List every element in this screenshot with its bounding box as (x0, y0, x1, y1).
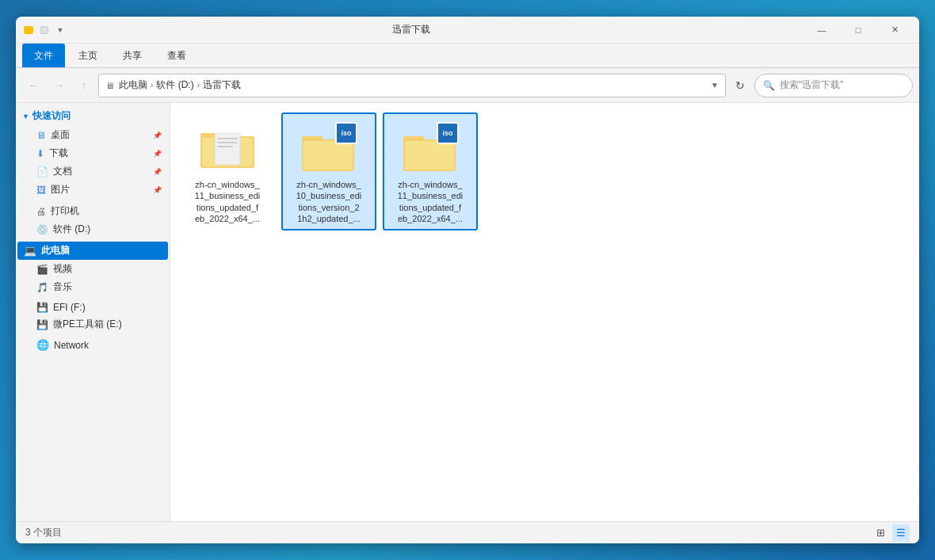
sidebar-this-pc[interactable]: 💻 此电脑 (17, 242, 168, 260)
title-bar: ▼ 迅雷下载 — □ ✕ (16, 17, 919, 44)
sidebar-item-d-drive[interactable]: 💿 软件 (D:) (17, 220, 168, 238)
sidebar-this-pc-label: 此电脑 (41, 244, 70, 257)
download-icon: ⬇ (36, 148, 44, 159)
sidebar-printer-label: 打印机 (51, 204, 79, 218)
sidebar-item-video[interactable]: 🎬 视频 (17, 260, 168, 278)
path-part-2[interactable]: 软件 (D:) (156, 78, 193, 92)
pictures-icon: 🖼 (36, 185, 46, 196)
pe-icon: 💾 (36, 319, 48, 330)
file-item-1[interactable]: iso zh-cn_windows_10_business_editions_v… (281, 112, 376, 230)
efi-icon: 💾 (36, 302, 48, 313)
pin-icon-pictures: 📌 (153, 186, 162, 194)
file-item-2[interactable]: iso zh-cn_windows_11_business_editions_u… (383, 112, 478, 230)
sidebar-item-pictures[interactable]: 🖼 图片 📌 (17, 181, 168, 199)
this-pc-icon: 💻 (24, 245, 36, 257)
maximize-button[interactable]: □ (840, 17, 876, 44)
sidebar-documents-label: 文档 (53, 165, 72, 178)
file-icon-0 (199, 119, 256, 176)
address-path: 此电脑 › 软件 (D:) › 迅雷下载 (119, 78, 241, 92)
iso-wrapper-2: iso (402, 122, 459, 173)
search-placeholder: 搜索"迅雷下载" (780, 78, 844, 92)
path-part-3[interactable]: 迅雷下载 (203, 78, 241, 92)
svg-rect-13 (405, 141, 454, 170)
search-box[interactable]: 🔍 搜索"迅雷下载" (754, 74, 913, 97)
sidebar-item-pe[interactable]: 💾 微PE工具箱 (E:) (17, 315, 168, 333)
forward-button[interactable]: → (48, 74, 70, 97)
ribbon-tabs: 文件 主页 共享 查看 (16, 44, 919, 67)
pin-icon-desktop: 📌 (153, 131, 162, 139)
list-view-button[interactable]: ☰ (892, 524, 910, 542)
network-icon: 🌐 (36, 339, 49, 351)
sidebar-d-drive-label: 软件 (D:) (53, 223, 90, 236)
sidebar-pictures-label: 图片 (51, 183, 70, 196)
close-button[interactable]: ✕ (876, 17, 913, 44)
sidebar-pe-label: 微PE工具箱 (E:) (53, 318, 122, 331)
refresh-button[interactable]: ↻ (729, 74, 751, 97)
file-icon-2: iso (402, 119, 459, 176)
sidebar-music-label: 音乐 (53, 280, 72, 294)
main-content: ▼ 快速访问 🖥 桌面 📌 ⬇ 下载 📌 📄 文档 📌 🖼 图片 � (16, 103, 919, 521)
minimize-button[interactable]: — (803, 17, 840, 44)
d-drive-icon: 💿 (36, 224, 48, 235)
window-buttons: — □ ✕ (803, 17, 913, 44)
sidebar-item-printer[interactable]: 🖨 打印机 (17, 202, 168, 220)
svg-rect-6 (217, 142, 238, 143)
music-icon: 🎵 (36, 282, 48, 293)
sidebar-item-music[interactable]: 🎵 音乐 (17, 278, 168, 296)
file-item-0[interactable]: zh-cn_windows_11_business_editions_updat… (180, 112, 275, 230)
iso-badge-1: iso (335, 122, 357, 144)
sidebar-downloads-label: 下载 (49, 147, 68, 160)
window-title: 迅雷下载 (19, 23, 803, 36)
svg-rect-7 (217, 146, 233, 147)
file-name-1: zh-cn_windows_10_business_editions_versi… (296, 179, 362, 224)
sidebar-video-label: 视频 (53, 262, 72, 276)
status-bar: 3 个项目 ⊞ ☰ (16, 521, 919, 543)
iso-wrapper-1: iso (300, 122, 357, 173)
iso-badge-2: iso (437, 122, 459, 144)
video-icon: 🎬 (36, 264, 48, 275)
address-bar: ← → ↑ 🖥 此电脑 › 软件 (D:) › 迅雷下载 ▼ ↻ 🔍 搜索"迅雷… (16, 68, 919, 103)
printer-icon: 🖨 (36, 206, 46, 217)
tab-share[interactable]: 共享 (111, 44, 154, 67)
item-count: 3 个项目 (25, 526, 62, 539)
file-icon-1: iso (300, 119, 357, 176)
address-input[interactable]: 🖥 此电脑 › 软件 (D:) › 迅雷下载 ▼ (98, 74, 726, 97)
back-button[interactable]: ← (22, 74, 44, 97)
ribbon: 文件 主页 共享 查看 (16, 44, 919, 68)
sidebar-desktop-label: 桌面 (51, 128, 70, 142)
desktop-icon: 🖥 (36, 130, 46, 141)
pin-icon-downloads: 📌 (153, 150, 162, 158)
tab-home[interactable]: 主页 (67, 44, 109, 67)
path-sep-2: › (197, 81, 200, 90)
sidebar-efi-label: EFI (F:) (53, 302, 86, 313)
tab-file[interactable]: 文件 (22, 44, 65, 67)
sidebar-quick-access-header[interactable]: ▼ 快速访问 (16, 106, 170, 126)
status-bar-right: ⊞ ☰ (872, 524, 910, 542)
path-sep-1: › (151, 81, 153, 90)
svg-rect-10 (303, 141, 353, 170)
sidebar: ▼ 快速访问 🖥 桌面 📌 ⬇ 下载 📌 📄 文档 📌 🖼 图片 � (16, 103, 170, 521)
document-icon: 📄 (36, 166, 48, 177)
sidebar-item-downloads[interactable]: ⬇ 下载 📌 (17, 144, 168, 162)
path-part-1[interactable]: 此电脑 (119, 78, 147, 92)
chevron-right-icon: ▼ (22, 112, 29, 120)
grid-view-button[interactable]: ⊞ (872, 524, 889, 542)
sidebar-network-label: Network (54, 340, 89, 351)
folder-svg-0 (199, 124, 256, 171)
quick-access-label: 快速访问 (32, 109, 71, 123)
sidebar-item-efi[interactable]: 💾 EFI (F:) (17, 299, 168, 315)
address-chevron-icon: ▼ (711, 81, 719, 90)
file-name-0: zh-cn_windows_11_business_editions_updat… (195, 179, 261, 224)
tab-view[interactable]: 查看 (155, 44, 198, 67)
up-button[interactable]: ↑ (73, 74, 95, 97)
file-name-2: zh-cn_windows_11_business_editions_updat… (398, 179, 464, 224)
file-area: zh-cn_windows_11_business_editions_updat… (170, 103, 919, 521)
sidebar-item-network[interactable]: 🌐 Network (17, 337, 168, 353)
explorer-window: ▼ 迅雷下载 — □ ✕ 文件 主页 共享 查看 ← → ↑ 🖥 此电脑 › 软… (16, 17, 919, 543)
sidebar-item-desktop[interactable]: 🖥 桌面 📌 (17, 126, 168, 144)
search-icon: 🔍 (763, 80, 775, 91)
pin-icon-documents: 📌 (153, 168, 162, 176)
sidebar-item-documents[interactable]: 📄 文档 📌 (17, 162, 168, 181)
svg-rect-5 (217, 138, 238, 139)
